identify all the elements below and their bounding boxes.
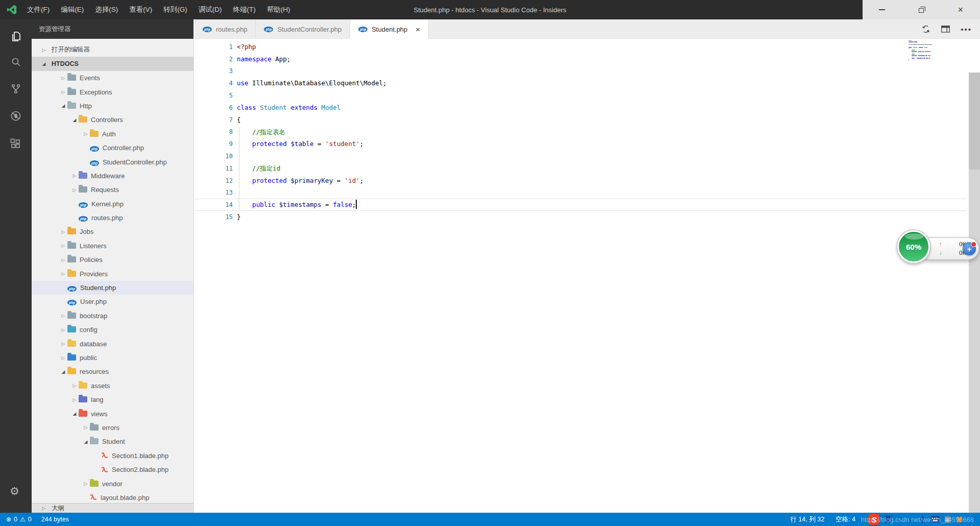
chevron-right-icon[interactable]: ▷ xyxy=(70,173,79,178)
code-area[interactable]: 1<?php2namespace App;34use Illuminate\Da… xyxy=(194,41,967,223)
chevron-right-icon[interactable]: ▷ xyxy=(82,425,90,430)
editor-tab[interactable]: phproutes.php xyxy=(194,19,256,39)
search-icon[interactable] xyxy=(10,56,22,68)
notification-plus-icon[interactable]: + xyxy=(963,242,976,255)
chevron-right-icon[interactable]: ▷ xyxy=(70,383,79,388)
chevron-expanded-icon[interactable]: ◢ xyxy=(70,117,79,123)
code-line[interactable]: 12 protected $primaryKey = 'id'; xyxy=(194,175,967,187)
extensions-icon[interactable] xyxy=(10,138,22,150)
tree-item-views[interactable]: ◢views xyxy=(32,407,193,420)
menubar-item[interactable]: 文件(F) xyxy=(21,0,55,19)
code-line[interactable]: 8 //指定表名 xyxy=(194,126,967,138)
menubar-item[interactable]: 转到(G) xyxy=(158,0,193,19)
chevron-right-icon[interactable]: ▷ xyxy=(59,243,67,248)
tree-item-Jobs[interactable]: ▷Jobs xyxy=(32,225,193,238)
toolbox-wrench-icon[interactable] xyxy=(968,515,976,523)
outline-section[interactable]: ▷ 大纲 xyxy=(32,503,193,513)
errors-count[interactable]: 0 xyxy=(14,516,17,523)
tree-item-Section1-blade-php[interactable]: Section1.blade.php xyxy=(32,449,193,463)
tree-item-StudentController-php[interactable]: phpStudentController.php xyxy=(32,155,193,169)
chevron-right-icon[interactable]: ▷ xyxy=(82,131,90,136)
net-speed-widget[interactable]: ↑ 0K/s ↓ 0K/s + 60% xyxy=(897,230,980,265)
warnings-icon[interactable]: ⚠ xyxy=(20,516,26,523)
code-line[interactable]: 3 xyxy=(194,65,967,78)
code-line[interactable]: 6class Student extends Model xyxy=(194,102,967,114)
debug-disabled-icon[interactable] xyxy=(10,110,22,122)
tree-item-Section2-blade-php[interactable]: Section2.blade.php xyxy=(32,463,193,476)
more-actions-icon[interactable]: ••• xyxy=(961,25,972,34)
sogou-logo-icon[interactable]: S xyxy=(868,514,879,525)
source-control-icon[interactable] xyxy=(10,83,22,95)
minimap[interactable] xyxy=(909,40,943,60)
warnings-count[interactable]: 0 xyxy=(28,516,32,523)
tree-item-Http[interactable]: ◢Http xyxy=(32,99,193,113)
tree-item-Policies[interactable]: ▷Policies xyxy=(32,253,193,267)
errors-icon[interactable]: ⊗ xyxy=(6,516,11,523)
chevron-expanded-icon[interactable]: ◢ xyxy=(70,411,79,416)
tree-item-errors[interactable]: ▷errors xyxy=(32,421,193,435)
code-line[interactable]: 15} xyxy=(194,211,967,223)
chevron-right-icon[interactable]: ▷ xyxy=(59,89,67,94)
explorer-icon[interactable] xyxy=(10,31,22,43)
code-line[interactable]: 11 //指定id xyxy=(194,162,967,175)
tree-item-bootstrap[interactable]: ▷bootstrap xyxy=(32,309,193,323)
minimize-button[interactable] xyxy=(863,0,902,19)
memory-percent-ball[interactable]: 60% xyxy=(897,230,930,263)
tab-close-icon[interactable]: × xyxy=(415,26,420,33)
ime-fullwidth-moon-icon[interactable]: ☽ xyxy=(896,515,902,523)
tree-item-config[interactable]: ▷config xyxy=(32,323,193,337)
chevron-expanded-icon[interactable]: ◢ xyxy=(59,369,67,374)
skin-icon[interactable] xyxy=(955,516,963,523)
menubar-item[interactable]: 选择(S) xyxy=(89,0,124,19)
chevron-expanded-icon[interactable]: ◢ xyxy=(40,61,48,66)
tree-item-Listeners[interactable]: ▷Listeners xyxy=(32,239,193,253)
clipboard-icon[interactable]: 2 xyxy=(944,515,951,523)
tree-item-Middleware[interactable]: ▷Middleware xyxy=(32,169,193,183)
chevron-right-icon[interactable]: ▷ xyxy=(82,481,90,486)
root-folder-section[interactable]: ◢ HTDOCS xyxy=(32,57,193,71)
code-line[interactable]: 2namespace App; xyxy=(194,53,967,65)
code-editor[interactable]: 1<?php2namespace App;34use Illuminate\Da… xyxy=(194,39,980,513)
tree-item-Events[interactable]: ▷Events xyxy=(32,71,193,85)
open-editors-section[interactable]: ▷ 打开的编辑器 xyxy=(32,43,193,57)
code-line[interactable]: 7{ xyxy=(194,114,967,126)
restore-button[interactable] xyxy=(902,0,941,19)
chevron-right-icon[interactable]: ▷ xyxy=(59,313,67,318)
code-line[interactable]: 9 protected $table = 'student'; xyxy=(194,138,967,150)
menubar-item[interactable]: 查看(V) xyxy=(124,0,158,19)
code-line[interactable]: 5 xyxy=(194,89,967,102)
code-line[interactable]: 1<?php xyxy=(194,41,967,53)
chevron-expanded-icon[interactable]: ◢ xyxy=(82,439,90,444)
tree-item-routes-php[interactable]: phproutes.php xyxy=(32,211,193,225)
tree-item-assets[interactable]: ▷assets xyxy=(32,379,193,393)
tree-item-Providers[interactable]: ▷Providers xyxy=(32,267,193,280)
chevron-right-icon[interactable]: ▷ xyxy=(59,327,67,332)
tree-item-Controller-php[interactable]: phpController.php xyxy=(32,141,193,155)
chevron-right-icon[interactable]: ▷ xyxy=(59,76,67,81)
menubar-item[interactable]: 调试(D) xyxy=(193,0,228,19)
chevron-right-icon[interactable]: ▷ xyxy=(70,187,79,193)
menubar-item[interactable]: 帮助(H) xyxy=(261,0,296,19)
chevron-right-icon[interactable]: ▷ xyxy=(59,229,67,234)
microphone-icon[interactable] xyxy=(919,515,926,524)
chevron-right-icon[interactable]: ▷ xyxy=(59,341,67,346)
tree-item-Kernel-php[interactable]: phpKernel.php xyxy=(32,197,193,211)
chevron-right-icon[interactable]: ▷ xyxy=(59,271,67,276)
tree-item-Student-php[interactable]: phpStudent.php xyxy=(32,281,193,295)
code-line[interactable]: 13 xyxy=(194,187,967,199)
menubar-item[interactable]: 编辑(E) xyxy=(55,0,89,19)
tree-item-Controllers[interactable]: ◢Controllers xyxy=(32,113,193,127)
code-line[interactable]: 10 xyxy=(194,150,967,162)
sync-editors-icon[interactable] xyxy=(921,25,930,34)
tree-item-resources[interactable]: ◢resources xyxy=(32,365,193,378)
tree-item-Requests[interactable]: ▷Requests xyxy=(32,183,193,197)
scrollbar-slider[interactable] xyxy=(969,73,980,170)
tree-item-Student[interactable]: ◢Student xyxy=(32,435,193,448)
chevron-right-icon[interactable]: ▷ xyxy=(70,397,79,402)
code-line[interactable]: 4use Illuminate\Database\Eloquent\Model; xyxy=(194,77,967,89)
editor-tab[interactable]: phpStudentController.php xyxy=(256,19,350,39)
ime-punctuation-icon[interactable]: ， xyxy=(907,515,914,524)
tree-item-User-php[interactable]: phpUser.php xyxy=(32,295,193,308)
chevron-right-icon[interactable]: ▷ xyxy=(59,257,67,262)
chevron-expanded-icon[interactable]: ◢ xyxy=(59,103,67,108)
